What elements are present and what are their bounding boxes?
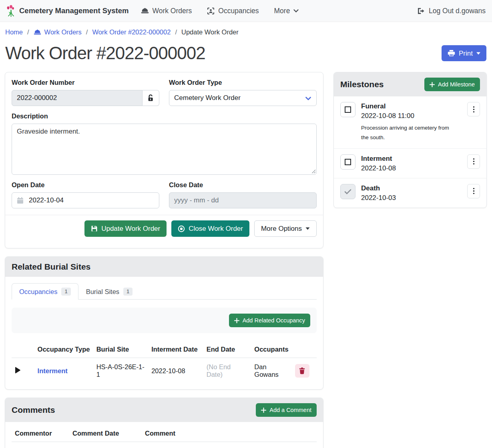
milestone-title: Death <box>361 184 462 192</box>
column-header-actions <box>292 341 317 358</box>
save-icon <box>91 225 98 232</box>
description-label: Description <box>12 112 317 120</box>
column-header: End Date <box>203 341 251 358</box>
milestone-menu-button[interactable] <box>467 102 480 116</box>
open-date-field: Open Date <box>12 181 159 208</box>
delete-occupancy-button[interactable] <box>295 364 309 378</box>
stop-circle-icon <box>178 225 185 232</box>
milestone-title: Interment <box>361 155 462 163</box>
trash-icon <box>299 367 305 374</box>
open-date-input[interactable] <box>12 192 159 208</box>
tab-occupancies[interactable]: Occupancies 1 <box>12 283 78 300</box>
column-header: Occupancy Type <box>34 341 93 358</box>
lock-toggle-button[interactable] <box>143 90 159 106</box>
comment-date-cell: 2022-10-07 10:08 <box>69 442 142 448</box>
update-work-order-button[interactable]: Update Work Order <box>84 220 167 237</box>
print-label: Print <box>459 50 473 57</box>
milestone-item-death: Death 2022-10-03 <box>334 178 486 208</box>
tab-label: Burial Sites <box>86 288 119 296</box>
brand-title: Cemetery Management System <box>19 6 129 15</box>
print-button[interactable]: Print <box>442 45 486 61</box>
section-title: Comments <box>12 405 55 415</box>
add-milestone-label: Add Milestone <box>438 81 475 88</box>
caret-down-icon <box>305 227 310 230</box>
count-badge: 1 <box>123 288 133 296</box>
milestone-date: 2022-10-08 11:00 <box>361 112 462 120</box>
milestones-card: Milestones Add Milestone Funeral 2022-10… <box>333 72 487 208</box>
milestone-checkbox[interactable] <box>340 184 355 199</box>
add-comment-button[interactable]: Add a Comment <box>256 403 317 417</box>
description-textarea[interactable]: Graveside interment. <box>12 124 317 175</box>
breadcrumb-separator: / <box>86 28 88 36</box>
more-options-button[interactable]: More Options <box>254 220 317 237</box>
column-header: Commentor <box>12 425 69 442</box>
update-label: Update Work Order <box>101 225 160 232</box>
milestone-menu-button[interactable] <box>467 184 480 198</box>
logout-label: Log Out d.gowans <box>429 7 486 15</box>
milestone-menu-button[interactable] <box>467 154 480 169</box>
chevron-down-icon <box>293 9 299 13</box>
column-header: Comment <box>142 425 248 442</box>
breadcrumb-work-orders[interactable]: Work Orders <box>34 28 82 36</box>
chevron-down-icon <box>305 97 311 100</box>
comment-row: d.gowans 2022-10-07 10:08 Family schedul… <box>12 442 317 448</box>
column-header: Comment Date <box>69 425 142 442</box>
top-navbar: Cemetery Management System Work Orders O… <box>0 0 492 22</box>
related-tabs: Occupancies 1 Burial Sites 1 <box>12 283 317 300</box>
check-icon <box>344 189 351 194</box>
add-comment-label: Add a Comment <box>269 407 311 413</box>
breadcrumb-separator: / <box>27 28 29 36</box>
occupancies-table: Occupancy Type Burial Site Interment Dat… <box>12 341 317 384</box>
tulip-logo-icon <box>6 5 16 17</box>
kebab-icon <box>473 106 475 113</box>
open-date-label: Open Date <box>12 181 159 189</box>
calendar-icon <box>17 197 24 204</box>
milestone-description: Procession arriving at cemetery from the… <box>361 123 454 143</box>
nav-items: Work Orders Occupancies More <box>141 7 299 15</box>
page-title: Work Order #2022-000002 <box>5 43 205 63</box>
checkbox-square-icon <box>345 159 351 165</box>
milestone-date: 2022-10-08 <box>361 164 462 172</box>
column-header: Burial Site <box>93 341 149 358</box>
logout-button[interactable]: Log Out d.gowans <box>417 7 486 15</box>
page-header: Work Order #2022-000002 Print <box>0 40 492 72</box>
section-title: Milestones <box>340 80 384 89</box>
breadcrumb-home[interactable]: Home <box>5 28 23 36</box>
kebab-icon <box>473 188 475 194</box>
close-work-order-button[interactable]: Close Work Order <box>171 220 249 237</box>
column-header: Interment Date <box>148 341 203 358</box>
nav-work-orders[interactable]: Work Orders <box>141 7 192 15</box>
add-milestone-button[interactable]: Add Milestone <box>424 78 480 91</box>
milestone-title: Funeral <box>361 102 462 110</box>
breadcrumb-work-order-number[interactable]: Work Order #2022-000002 <box>92 28 171 36</box>
milestone-checkbox[interactable] <box>340 154 355 170</box>
work-order-type-select[interactable]: Cemetery Work Order <box>169 90 317 106</box>
occupancies-toolbar: Add Related Occupancy <box>12 308 317 333</box>
nav-more[interactable]: More <box>274 7 299 15</box>
milestone-date: 2022-10-03 <box>361 194 462 202</box>
expand-row-play-icon[interactable] <box>15 367 20 374</box>
add-related-occupancy-button[interactable]: Add Related Occupancy <box>229 314 310 327</box>
work-order-type-label: Work Order Type <box>169 79 317 86</box>
plus-icon <box>261 408 266 413</box>
occupancy-type-link[interactable]: Interment <box>38 367 68 374</box>
occupancy-row: Interment HS-A-0S-26E-1-1 2022-10-08 (No… <box>12 358 317 384</box>
milestone-item-funeral: Funeral 2022-10-08 11:00 Procession arri… <box>334 96 486 149</box>
nav-label: Work Orders <box>153 7 192 15</box>
app-brand[interactable]: Cemetery Management System <box>6 5 129 17</box>
end-date-cell: (No End Date) <box>203 358 251 384</box>
work-order-form-card: Work Order Number Work Order Type Cemete… <box>5 72 323 248</box>
section-title: Related Burial Sites <box>12 262 90 272</box>
comments-header: Comments Add a Comment <box>5 398 323 422</box>
tab-label: Occupancies <box>19 288 57 296</box>
occupants-cell: Dan Gowans <box>251 358 291 384</box>
nav-occupancies[interactable]: Occupancies <box>207 7 259 15</box>
form-actions: Update Work Order Close Work Order More … <box>5 215 323 242</box>
close-date-input[interactable] <box>169 192 317 208</box>
column-header-actions <box>248 425 317 442</box>
tab-burial-sites[interactable]: Burial Sites 1 <box>78 283 141 300</box>
work-order-number-input[interactable] <box>12 90 143 106</box>
hard-hat-icon <box>141 8 149 14</box>
milestone-checkbox[interactable] <box>340 102 355 117</box>
unlock-icon <box>147 94 154 102</box>
